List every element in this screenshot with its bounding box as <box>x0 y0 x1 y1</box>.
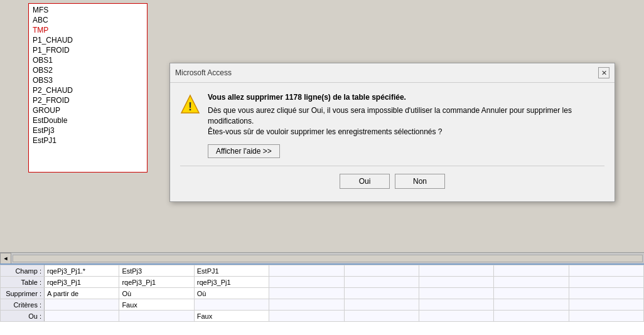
query-cell[interactable] <box>494 311 569 322</box>
query-cell[interactable]: rqePj3_Pj1 <box>45 277 119 288</box>
query-grid: Champ :rqePj3_Pj1.*EstPj3EstPJ1Table :rq… <box>0 263 644 335</box>
field-list-item[interactable]: OBS3 <box>30 75 146 85</box>
field-list-item[interactable]: OBS1 <box>30 55 146 65</box>
field-list-item[interactable]: P2_FROID <box>30 95 146 105</box>
dialog-normal-message: Dès que vous aurez cliqué sur Oui, il vo… <box>208 105 604 137</box>
query-row: Table :rqePj3_Pj1rqePj3_Pj1rqePj3_Pj1 <box>1 277 644 288</box>
dialog-help-btn-row: Afficher l'aide >> <box>208 144 604 158</box>
query-cell[interactable] <box>494 288 569 299</box>
query-cell[interactable] <box>269 299 344 311</box>
field-list-item[interactable]: P2_CHAUD <box>30 85 146 95</box>
query-cell[interactable]: Où <box>194 288 269 299</box>
query-cell[interactable] <box>569 311 643 322</box>
field-list-item[interactable]: TMP <box>30 25 146 35</box>
dialog-help-button[interactable]: Afficher l'aide >> <box>208 144 280 158</box>
query-cell[interactable] <box>45 299 119 311</box>
query-row: Supprimer :A partir deOùOù <box>1 288 644 299</box>
field-list-item[interactable]: MFS <box>30 5 146 15</box>
dialog-close-button[interactable]: ✕ <box>598 67 609 78</box>
field-list-item[interactable]: P1_FROID <box>30 45 146 55</box>
query-cell[interactable] <box>419 311 493 322</box>
field-list-item[interactable]: EstPJ1 <box>30 136 146 146</box>
query-cell[interactable] <box>194 299 269 311</box>
dialog-oui-button[interactable]: Oui <box>340 174 390 189</box>
query-cell[interactable] <box>569 277 643 288</box>
query-cell[interactable]: EstPj3 <box>119 265 194 277</box>
horizontal-scrollbar[interactable]: ◄ <box>0 252 644 263</box>
field-list-item[interactable]: ABC <box>30 15 146 25</box>
query-cell[interactable] <box>494 277 569 288</box>
query-cell[interactable] <box>419 265 493 277</box>
query-cell[interactable] <box>344 311 419 322</box>
query-cell[interactable] <box>45 311 119 322</box>
query-row: Critères :Faux <box>1 299 644 311</box>
scroll-track[interactable] <box>13 255 643 262</box>
query-cell[interactable] <box>344 288 419 299</box>
query-cell[interactable] <box>419 277 493 288</box>
query-row: Champ :rqePj3_Pj1.*EstPj3EstPJ1 <box>1 265 644 277</box>
query-cell[interactable]: rqePj3_Pj1 <box>119 277 194 288</box>
query-cell[interactable]: EstPJ1 <box>194 265 269 277</box>
query-cell[interactable]: Faux <box>119 299 194 311</box>
field-list-item[interactable]: P1_CHAUD <box>30 35 146 45</box>
query-cell[interactable]: Faux <box>194 311 269 322</box>
field-list-item[interactable]: EstDouble <box>30 115 146 125</box>
query-cell[interactable] <box>119 311 194 322</box>
query-row-header: Champ : <box>1 265 45 277</box>
dialog-message-row: ! Vous allez supprimer 1178 ligne(s) de … <box>180 93 604 137</box>
query-cell[interactable] <box>494 299 569 311</box>
query-cell[interactable] <box>344 265 419 277</box>
query-row-header: Ou : <box>1 311 45 322</box>
dialog-title: Microsoft Access <box>175 68 232 77</box>
field-list-item[interactable]: GROUP <box>30 105 146 115</box>
query-table: Champ :rqePj3_Pj1.*EstPj3EstPJ1Table :rq… <box>0 265 644 322</box>
query-cell[interactable] <box>344 277 419 288</box>
query-cell[interactable]: rqePj3_Pj1.* <box>45 265 119 277</box>
dialog-separator <box>180 166 604 166</box>
warning-icon: ! <box>180 94 200 114</box>
query-cell[interactable] <box>419 299 493 311</box>
field-list: MFSABCTMPP1_CHAUDP1_FROIDOBS1OBS2OBS3P2_… <box>29 4 147 147</box>
query-cell[interactable]: A partir de <box>45 288 119 299</box>
dialog-box: Microsoft Access ✕ ! Vous allez supprime… <box>169 63 615 202</box>
svg-text:!: ! <box>188 100 192 113</box>
query-cell[interactable] <box>269 288 344 299</box>
dialog-body: ! Vous allez supprimer 1178 ligne(s) de … <box>170 83 614 201</box>
query-cell[interactable] <box>269 277 344 288</box>
query-cell[interactable] <box>419 288 493 299</box>
query-cell[interactable] <box>494 265 569 277</box>
dialog-titlebar: Microsoft Access ✕ <box>170 63 614 83</box>
field-list-panel: MFSABCTMPP1_CHAUDP1_FROIDOBS1OBS2OBS3P2_… <box>28 3 148 173</box>
scroll-left-button[interactable]: ◄ <box>0 253 11 264</box>
query-cell[interactable] <box>269 311 344 322</box>
query-cell[interactable] <box>344 299 419 311</box>
field-list-item[interactable]: EstPj3 <box>30 125 146 136</box>
query-cell[interactable] <box>269 265 344 277</box>
query-row-header: Critères : <box>1 299 45 311</box>
query-cell[interactable] <box>569 288 643 299</box>
dialog-bold-message: Vous allez supprimer 1178 ligne(s) de la… <box>208 93 604 102</box>
dialog-buttons-row: Oui Non <box>180 171 604 196</box>
query-cell[interactable]: Où <box>119 288 194 299</box>
dialog-text-block: Vous allez supprimer 1178 ligne(s) de la… <box>208 93 604 137</box>
field-list-item[interactable]: OBS2 <box>30 65 146 75</box>
query-row-header: Table : <box>1 277 45 288</box>
query-row-header: Supprimer : <box>1 288 45 299</box>
dialog-non-button[interactable]: Non <box>395 174 445 189</box>
query-cell[interactable] <box>569 299 643 311</box>
query-cell[interactable] <box>569 265 643 277</box>
query-cell[interactable]: rqePj3_Pj1 <box>194 277 269 288</box>
query-row: Ou :Faux <box>1 311 644 322</box>
